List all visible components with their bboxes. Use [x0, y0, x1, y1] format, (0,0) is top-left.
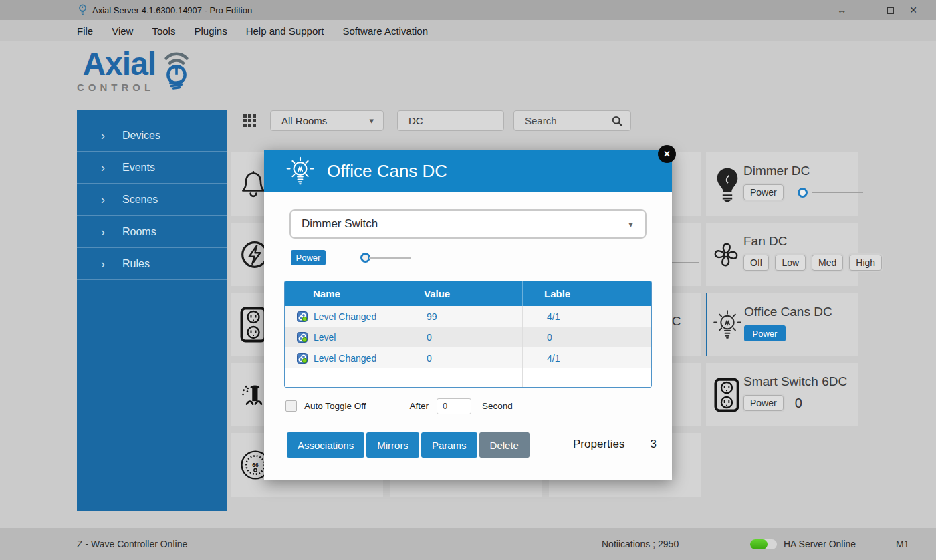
- device-card-title: Office Cans DC: [744, 305, 832, 319]
- table-row[interactable]: Level Changed 0 4/1: [285, 347, 651, 368]
- chevron-down-icon: ▾: [369, 116, 374, 126]
- properties-count: 3: [650, 438, 656, 451]
- properties-table: Name Value Lable Level Changed 99 4/1 Le…: [284, 281, 652, 388]
- slider-track[interactable]: [369, 257, 411, 259]
- chevron-right-icon: ›: [101, 258, 105, 270]
- sidebar-item-label: Events: [122, 162, 155, 174]
- row-label: 0: [522, 327, 652, 347]
- ha-server-toggle[interactable]: [750, 539, 777, 549]
- sidebar-item-devices[interactable]: › Devices: [77, 120, 227, 152]
- gauge-value: 66: [252, 461, 259, 468]
- column-header-value: Value: [402, 281, 522, 306]
- sidebar-item-scenes[interactable]: › Scenes: [77, 184, 227, 216]
- auto-toggle-checkbox[interactable]: [285, 400, 297, 412]
- menu-software-activation[interactable]: Software Activation: [333, 25, 437, 37]
- device-card-title: Dimmer DC: [743, 164, 810, 178]
- table-row-empty: [285, 368, 651, 387]
- table-row[interactable]: Level 0 0: [285, 327, 651, 347]
- params-button[interactable]: Params: [421, 432, 477, 458]
- bulb-rays-icon: [713, 307, 742, 342]
- rooms-dropdown-value: All Rooms: [281, 115, 327, 126]
- row-name: Level Changed: [314, 353, 376, 364]
- menu-tools[interactable]: Tools: [142, 25, 185, 37]
- window-title: Axial Server 4.1.6300.14907 - Pro Editio…: [92, 5, 252, 15]
- row-label: 4/1: [522, 306, 652, 327]
- associations-button[interactable]: Associations: [287, 432, 364, 458]
- search-icon[interactable]: [612, 116, 622, 126]
- after-label: After: [410, 401, 429, 411]
- fan-off-button[interactable]: Off: [743, 255, 769, 271]
- menu-bar: File View Tools Plugins Help and Support…: [0, 20, 936, 41]
- minimize-icon[interactable]: —: [862, 5, 871, 15]
- delete-button[interactable]: Delete: [479, 432, 530, 458]
- table-header-row: Name Value Lable: [285, 281, 651, 306]
- device-type-dropdown[interactable]: Dimmer Switch ▾: [289, 209, 647, 239]
- notifications-text: Notiications ; 2950: [602, 539, 679, 549]
- bulb-filled-icon: [715, 166, 739, 203]
- zwave-status-text: Z - Wave Controller Online: [77, 539, 187, 549]
- chevron-down-icon: ▾: [628, 219, 633, 229]
- resize-icon[interactable]: ↔: [837, 5, 846, 15]
- row-name: Level: [314, 332, 336, 343]
- auto-toggle-label: Auto Toggle Off: [304, 401, 366, 411]
- power-button[interactable]: Power: [743, 184, 784, 200]
- fan-high-button[interactable]: High: [849, 255, 882, 271]
- bell-icon: [240, 170, 267, 199]
- app-window: Axial Server 4.1.6300.14907 - Pro Editio…: [0, 0, 936, 560]
- device-card-fan-dc[interactable]: Fan DC Off Low Med High: [706, 223, 858, 286]
- mirrors-button[interactable]: Mirrors: [366, 432, 419, 458]
- axial-logo: Axial CONTROL: [77, 48, 195, 93]
- chevron-right-icon: ›: [101, 226, 105, 238]
- menu-view[interactable]: View: [102, 25, 142, 37]
- rooms-dropdown[interactable]: All Rooms ▾: [270, 110, 384, 131]
- maximize-icon[interactable]: [887, 7, 894, 14]
- column-header-name: Name: [285, 281, 402, 306]
- association-link-icon: [297, 332, 308, 343]
- menu-file[interactable]: File: [68, 25, 102, 37]
- device-card-dimmer-dc[interactable]: Dimmer DC Power: [706, 152, 858, 216]
- column-header-lable: Lable: [522, 281, 652, 306]
- power-button[interactable]: Power: [291, 250, 326, 265]
- menu-help[interactable]: Help and Support: [237, 25, 334, 37]
- row-name: Level Changed: [314, 311, 376, 322]
- app-bulb-icon: [78, 4, 87, 16]
- seconds-input[interactable]: [437, 398, 471, 414]
- title-bar: Axial Server 4.1.6300.14907 - Pro Editio…: [0, 0, 936, 20]
- grid-view-icon[interactable]: [243, 114, 256, 127]
- device-card-office-cans-dc[interactable]: Office Cans DC Power: [706, 293, 858, 356]
- sidebar-item-events[interactable]: › Events: [77, 152, 227, 184]
- outlet-icon: [240, 307, 267, 343]
- device-type-value: Dimmer Switch: [302, 217, 378, 231]
- fan-low-button[interactable]: Low: [775, 255, 806, 271]
- sidebar-item-label: Rooms: [122, 226, 156, 238]
- logo-brand-text: Axial: [82, 48, 156, 80]
- chevron-right-icon: ›: [101, 162, 105, 174]
- device-card-smart-switch-6dc[interactable]: Smart Switch 6DC Power 0: [706, 363, 858, 426]
- power-button[interactable]: Power: [743, 395, 784, 411]
- fan-med-button[interactable]: Med: [812, 255, 843, 271]
- modal-close-button[interactable]: ✕: [658, 145, 676, 163]
- association-link-icon: [297, 353, 308, 364]
- slider-track[interactable]: [812, 192, 863, 193]
- device-value: 0: [795, 396, 802, 411]
- close-window-icon[interactable]: ✕: [909, 5, 917, 15]
- row-value: 99: [402, 306, 522, 327]
- toggle-on-indicator: [750, 539, 768, 549]
- second-label: Second: [482, 401, 513, 411]
- menu-plugins[interactable]: Plugins: [185, 25, 236, 37]
- device-filter-field: [397, 110, 504, 131]
- bulb-rays-icon: [285, 155, 315, 187]
- slider-handle[interactable]: [798, 188, 808, 198]
- row-value: 0: [402, 347, 522, 368]
- outlet-icon: [714, 378, 739, 412]
- sidebar-item-rules[interactable]: › Rules: [77, 248, 227, 280]
- logo-subtitle-text: CONTROL: [77, 82, 154, 93]
- properties-label: Properties: [573, 438, 624, 451]
- device-filter-input[interactable]: [398, 111, 503, 130]
- power-button[interactable]: Power: [744, 325, 786, 341]
- modal-title: Office Cans DC: [327, 161, 447, 182]
- device-card-title: Fan DC: [743, 234, 787, 249]
- table-row[interactable]: Level Changed 99 4/1: [285, 306, 651, 327]
- sidebar-item-label: Scenes: [122, 194, 158, 206]
- sidebar-item-rooms[interactable]: › Rooms: [77, 216, 227, 248]
